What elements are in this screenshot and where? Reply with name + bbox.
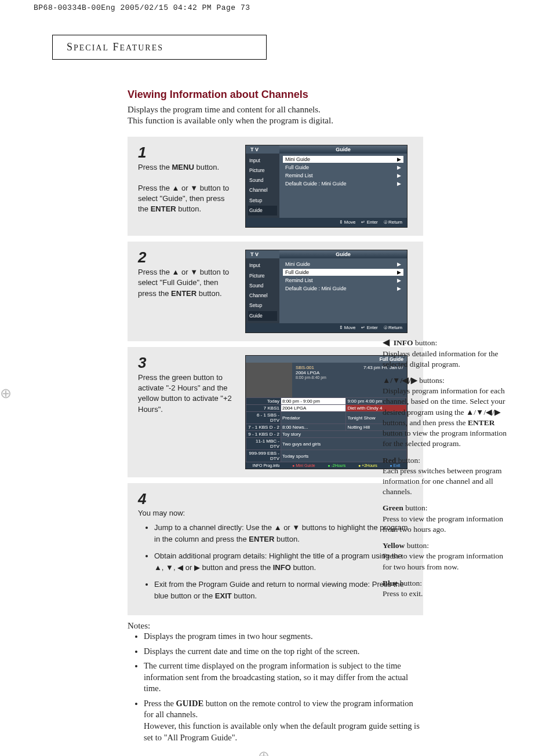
side-guide: Guide	[248, 311, 277, 321]
a: ▶	[397, 156, 401, 162]
step-1: 1 Press the MENU button. Press the ▲ or …	[128, 137, 423, 236]
t: button:	[403, 503, 428, 512]
t: buttons, and then press the	[383, 418, 468, 427]
f: INFO Prog.info	[253, 463, 280, 468]
t: button to view the program information f…	[383, 429, 507, 448]
intro-line-1: Displays the program time and content fo…	[128, 105, 321, 114]
r: Remind List	[285, 173, 313, 178]
side-channel: Channel	[248, 291, 277, 301]
osd-sidebar: Input Picture Sound Channel Setup Guide	[246, 258, 279, 323]
step-3-text: 3 Press the green button to activate "-2…	[138, 355, 234, 469]
t: Press to view the program information fr…	[383, 514, 503, 534]
f: ⇕ Move	[339, 220, 356, 225]
r: Remind List	[285, 277, 313, 283]
notes-list: Displays the program times in two hour s…	[144, 631, 422, 743]
guide-label: GUIDE	[176, 699, 204, 708]
side-guide: Guide	[248, 206, 277, 216]
t: Press the	[138, 163, 172, 171]
menu-label: MENU	[172, 163, 194, 171]
t: Press the	[144, 699, 176, 708]
t: button.	[194, 163, 219, 171]
enter-label: ENTER	[151, 204, 176, 213]
a: ▶	[397, 165, 401, 170]
r: Default Guide	[285, 286, 317, 291]
info-label: INFO	[394, 338, 413, 347]
t: button.	[232, 591, 257, 600]
t: button:	[405, 541, 429, 550]
osd-title: Guide	[279, 145, 407, 154]
note-item: The current time displayed on the progra…	[144, 660, 422, 695]
note-item: Displays the current date and time on th…	[144, 646, 422, 658]
side-input: Input	[248, 261, 277, 271]
sidebar-notes: ◀ INFO button:Displays detailed informat…	[383, 336, 510, 605]
side-setup: Setup	[248, 301, 277, 311]
f: ⦾ Return	[384, 220, 402, 225]
c: Today	[246, 398, 281, 405]
t: Displays detailed information for the se…	[383, 349, 498, 368]
t: button.	[197, 289, 221, 298]
fg-preview	[246, 363, 292, 397]
intro-text: Displays the program time and content fo…	[128, 104, 510, 126]
t: Press to view the program information fo…	[383, 552, 503, 571]
step-2-number: 2	[138, 250, 234, 265]
list-item: Exit from the Program Guide and return t…	[154, 579, 413, 601]
intro-line-2: This function is available only when the…	[128, 116, 333, 125]
t: button.	[274, 535, 299, 543]
t: ▲/▼/◀/▶	[466, 408, 501, 417]
t: However, this function is available only…	[144, 721, 420, 742]
side-picture: Picture	[248, 166, 277, 176]
t: button:	[398, 579, 422, 587]
t: button:	[396, 456, 420, 465]
step-3-number: 3	[138, 355, 234, 370]
side-picture: Picture	[248, 271, 277, 281]
page-content: SPECIAL FEATURES Viewing Information abo…	[52, 35, 510, 756]
step-4-lead: You may now:	[138, 509, 413, 517]
t: Press the green button to activate "-2 H…	[138, 372, 234, 415]
t: button.	[291, 563, 316, 572]
blue-label: Blue	[383, 579, 398, 587]
osd-title: Guide	[279, 250, 407, 258]
c: Predator	[281, 412, 346, 424]
step-2-text: 2 Press the ▲ or ▼ button to select "Ful…	[138, 250, 234, 333]
a: ▶	[397, 181, 401, 187]
r: Full Guide	[285, 165, 309, 170]
step-4: 4 You may now: Jump to a channel directl…	[128, 483, 423, 615]
a: ▶	[397, 286, 401, 291]
r: Mini Guide	[285, 156, 310, 162]
yellow-label: Yellow	[383, 541, 405, 550]
f: ⇕ Move	[339, 325, 356, 331]
c: 8:00 pm - 9:00 pm	[281, 398, 346, 405]
osd-tv: T V	[246, 250, 279, 258]
list-item: Obtain additional program details: Highl…	[154, 550, 413, 573]
a: ▶	[397, 173, 401, 178]
a: ▶	[397, 261, 401, 267]
enter-label: ENTER	[468, 418, 495, 427]
f: ● Mini Guide	[292, 463, 315, 468]
green-label: Green	[383, 503, 403, 512]
c: 11-1 MBC - DTV	[246, 438, 281, 450]
side-sound: Sound	[248, 281, 277, 291]
c: 2004 LPGA	[281, 405, 346, 412]
arrow-left-icon: ◀	[383, 337, 390, 347]
notes-title: Notes:	[128, 621, 510, 631]
osd-main: Mini Guide▶ Full Guide▶ Remind List▶ Def…	[279, 154, 407, 218]
r: Full Guide	[285, 269, 309, 275]
f: ● +2Hours	[358, 463, 377, 468]
step-4-list: Jump to a channel directly: Use the ▲ or…	[138, 522, 413, 601]
t: button.	[176, 204, 201, 213]
registration-mark-icon: ⊕	[0, 385, 12, 401]
side-input: Input	[248, 156, 277, 166]
fg-ch: SBS-001	[296, 365, 314, 370]
enter-label: ENTER	[249, 535, 274, 543]
side-setup: Setup	[248, 196, 277, 206]
side-sound: Sound	[248, 176, 277, 185]
f: ↵ Enter	[361, 325, 377, 331]
c: 6 - 1 SBS - DTV	[246, 412, 281, 424]
note-item: Press the GUIDE button on the remote con…	[144, 698, 422, 743]
c: 8:00 News...	[281, 424, 346, 431]
exit-label: EXIT	[215, 591, 232, 600]
osd-sidebar: Input Picture Sound Channel Setup Guide	[246, 154, 279, 218]
c: 999-999 EBS - DTV	[246, 450, 281, 462]
t: buttons:	[417, 376, 445, 385]
t: Exit from the Program Guide and return t…	[154, 580, 404, 600]
